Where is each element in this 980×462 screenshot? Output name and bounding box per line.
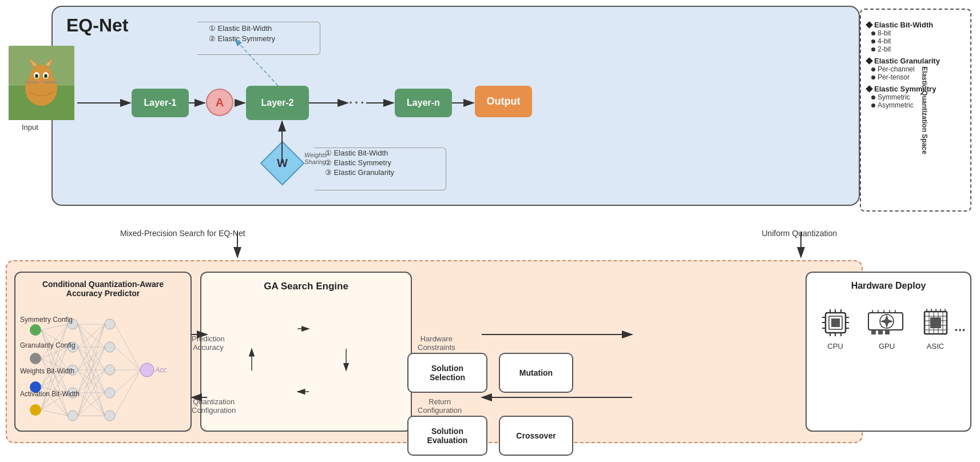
output-box: Output — [475, 86, 532, 117]
quant-sub-4bit: 4-bit — [871, 37, 954, 45]
quant-sub-asymmetric: Asymmetric — [871, 101, 954, 109]
config-weights-label: Weights Bit-Width — [20, 367, 74, 375]
gpu-icon — [867, 307, 907, 338]
circle-a: A — [206, 89, 233, 116]
svg-rect-131 — [930, 317, 941, 328]
diamond-w-label: W — [277, 157, 288, 170]
mixed-precision-label: Mixed-Precision Search for EQ-Net — [120, 229, 245, 238]
uniform-quant-label: Uniform Quantization — [761, 229, 837, 238]
svg-point-12 — [35, 75, 38, 77]
solution-selection-box: Solution Selection — [407, 353, 487, 393]
svg-rect-110 — [831, 318, 840, 327]
gpu-container: GPU — [864, 307, 910, 351]
elastic-bottom-text: ① Elastic Bit-Width ② Elastic Symmetry ③… — [325, 149, 394, 177]
svg-point-44 — [140, 363, 154, 377]
svg-point-42 — [105, 388, 115, 398]
svg-line-94 — [115, 370, 140, 416]
asic-container: ASIC — [915, 307, 955, 351]
hardware-box: Hardware Deploy — [806, 272, 971, 432]
config-activation-label: Activation Bit-Width — [20, 390, 80, 398]
dots-separator: ··· — [349, 95, 366, 110]
solution-evaluation-box: Solution Evaluation — [407, 416, 487, 456]
top-section: EQ-Net — [6, 6, 974, 217]
quant-sub-symmetric: Symmetric — [871, 93, 954, 101]
asic-icon — [920, 307, 951, 338]
svg-point-31 — [30, 353, 41, 364]
svg-text:Acc: Acc — [154, 366, 166, 374]
input-label: Input — [22, 123, 38, 132]
svg-rect-116 — [885, 330, 890, 334]
cat-image — [9, 46, 74, 120]
gpu-label: GPU — [864, 342, 910, 351]
hardware-title: Hardware Deploy — [807, 281, 970, 291]
quant-header-bitwidth: Elastic Bit-Width — [867, 21, 954, 29]
svg-point-30 — [30, 324, 41, 336]
svg-point-38 — [68, 411, 78, 421]
svg-point-40 — [105, 342, 115, 352]
svg-point-113 — [884, 319, 889, 324]
svg-point-39 — [105, 319, 115, 329]
predictor-box: Conditional Quantization-Aware Accuracy … — [14, 272, 192, 432]
svg-line-90 — [115, 324, 140, 370]
asic-label: ASIC — [915, 342, 955, 351]
quant-header-symmetry: Elastic Symmetry — [867, 85, 954, 93]
svg-point-33 — [30, 404, 41, 416]
crossover-box: Crossover — [499, 416, 573, 456]
quant-header-granularity: Elastic Granularity — [867, 57, 954, 65]
quant-sub-perchannel: Per-channel — [871, 65, 954, 73]
quantization-config-label: Quantization Configuration — [192, 397, 236, 415]
quant-space-content: Elastic Bit-Width 8-bit 4-bit 2-bit — [867, 14, 965, 109]
quant-sub-pertensor: Per-tensor — [871, 73, 954, 81]
bottom-section: Mixed-Precision Search for EQ-Net Unifor… — [6, 229, 974, 452]
svg-point-43 — [105, 411, 115, 421]
svg-point-41 — [105, 365, 115, 375]
svg-line-91 — [115, 347, 140, 370]
ga-title: GA Search Engine — [201, 281, 411, 292]
quant-sub-8bit: 8-bit — [871, 29, 954, 37]
elastic-top-text: ① Elastic Bit-Width ② Elastic Symmetry — [209, 24, 275, 43]
return-config-label: Return Configuration — [418, 397, 462, 415]
svg-line-93 — [115, 370, 140, 393]
layer2-box: Layer-2 — [246, 86, 309, 120]
hardware-constraints-label: Hardware Constraints — [418, 334, 455, 352]
svg-point-13 — [45, 75, 47, 77]
main-container: EQ-Net — [0, 0, 980, 462]
svg-point-3 — [30, 65, 53, 90]
svg-line-64 — [41, 410, 68, 416]
quant-sub-2bit: 2-bit — [871, 45, 954, 53]
hardware-dots: ... — [954, 318, 966, 334]
quant-space-box: Elastic Bit-Width 8-bit 4-bit 2-bit — [860, 9, 971, 212]
layern-box: Layer-n — [395, 89, 452, 117]
config-symmetry-label: Symmetry Config — [20, 316, 73, 324]
svg-rect-115 — [878, 330, 883, 334]
predictor-title: Conditional Quantization-Aware Accuracy … — [21, 280, 185, 298]
cpu-container: CPU — [815, 307, 855, 351]
cpu-label: CPU — [815, 342, 855, 351]
config-granularity-label: Granularity Config — [20, 341, 76, 349]
eq-net-title: EQ-Net — [66, 15, 128, 36]
mutation-box: Mutation — [499, 353, 573, 393]
prediction-accuracy-label: Prediction Accuracy — [192, 334, 225, 352]
layer1-box: Layer-1 — [132, 89, 189, 117]
cpu-icon — [820, 307, 851, 338]
svg-rect-114 — [871, 330, 876, 334]
svg-line-48 — [41, 330, 68, 393]
svg-line-61 — [41, 347, 68, 410]
svg-line-55 — [41, 324, 68, 387]
quant-space-title: Elastic Quantization Space — [920, 66, 928, 154]
